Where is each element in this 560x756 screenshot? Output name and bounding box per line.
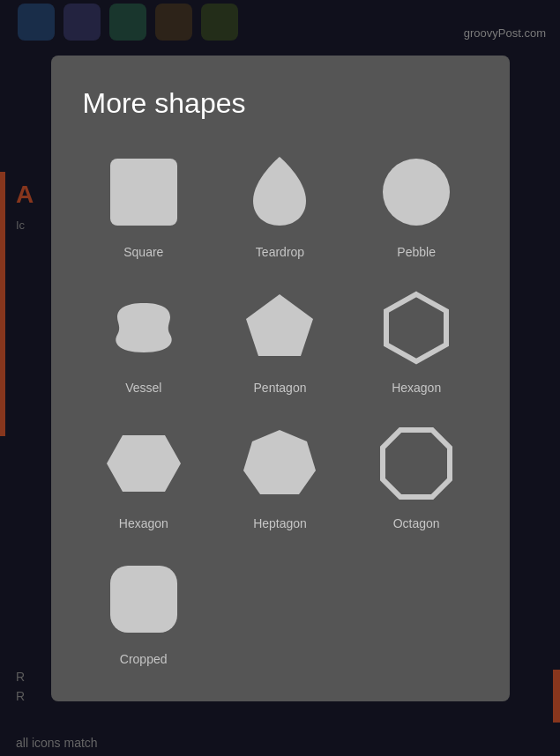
- svg-marker-6: [383, 430, 450, 497]
- shape-label-vessel: Vessel: [125, 381, 161, 395]
- shape-item-octagon[interactable]: Octagon: [355, 419, 478, 530]
- shape-label-octagon: Octagon: [393, 516, 440, 530]
- shape-label-hexagon2: Hexagon: [119, 516, 168, 530]
- shape-label-pebble: Pebble: [397, 245, 436, 259]
- shape-item-cropped[interactable]: Cropped: [83, 555, 205, 666]
- square-shape: [100, 148, 188, 236]
- shape-item-heptagon[interactable]: Heptagon: [219, 419, 341, 530]
- heptagon-shape: [235, 419, 324, 508]
- shape-item-square[interactable]: Square: [83, 148, 205, 259]
- shape-item-hexagon2[interactable]: Hexagon: [83, 419, 205, 530]
- pentagon-shape: [235, 284, 324, 372]
- svg-rect-7: [110, 566, 177, 633]
- shape-label-heptagon: Heptagon: [253, 516, 307, 530]
- shape-item-pentagon[interactable]: Pentagon: [219, 284, 341, 395]
- svg-point-1: [383, 159, 450, 226]
- shape-label-cropped: Cropped: [120, 652, 168, 666]
- vessel-shape: [100, 284, 188, 372]
- shape-label-hexagon1: Hexagon: [392, 381, 441, 395]
- shape-item-teardrop[interactable]: Teardrop: [219, 148, 341, 259]
- pebble-shape: [372, 148, 460, 236]
- svg-rect-0: [110, 159, 177, 226]
- shape-label-teardrop: Teardrop: [256, 245, 304, 259]
- shape-item-hexagon1[interactable]: Hexagon: [355, 284, 478, 395]
- svg-marker-5: [243, 430, 316, 494]
- cropped-shape: [100, 555, 188, 643]
- teardrop-shape: [235, 148, 324, 236]
- svg-marker-2: [246, 294, 313, 356]
- shape-item-vessel[interactable]: Vessel: [83, 284, 205, 395]
- hexagon2-shape: [100, 419, 188, 508]
- shape-label-square: Square: [123, 245, 163, 259]
- modal-title: More shapes: [83, 87, 478, 120]
- more-shapes-modal: More shapes Square Teardrop: [51, 56, 510, 701]
- modal-overlay: More shapes Square Teardrop: [0, 0, 560, 756]
- shapes-grid-row1: Square Teardrop Pebble: [83, 148, 478, 530]
- svg-marker-4: [107, 435, 181, 492]
- svg-marker-3: [386, 294, 446, 361]
- octagon-shape: [372, 419, 460, 508]
- hexagon1-shape: [372, 284, 460, 372]
- shape-label-pentagon: Pentagon: [254, 381, 307, 395]
- shape-item-pebble[interactable]: Pebble: [355, 148, 478, 259]
- shapes-grid-row4: Cropped: [83, 555, 478, 666]
